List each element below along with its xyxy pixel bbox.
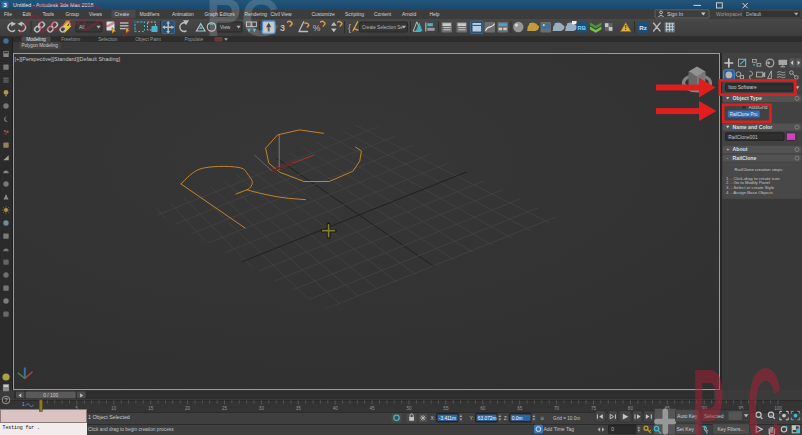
svg-text:40: 40	[333, 406, 339, 411]
svg-text:Workspaces:: Workspaces:	[716, 12, 744, 17]
svg-text:X:: X:	[431, 415, 436, 421]
svg-text:Selection: Selection	[98, 37, 118, 42]
svg-text:Modeling: Modeling	[26, 37, 46, 42]
svg-text:1: 1	[22, 402, 25, 407]
svg-text:75: 75	[591, 406, 597, 411]
svg-text:Grid = 10.0m: Grid = 10.0m	[553, 416, 580, 421]
svg-text:Views: Views	[89, 12, 103, 17]
svg-text:50: 50	[406, 406, 412, 411]
svg-text:Add Time Tag: Add Time Tag	[544, 426, 575, 432]
svg-text:PC: PC	[206, 0, 280, 47]
svg-text:30: 30	[259, 406, 265, 411]
svg-text:25: 25	[222, 406, 228, 411]
svg-text:Populate: Populate	[185, 37, 204, 42]
svg-text:45: 45	[370, 406, 376, 411]
svg-text:{: {	[348, 23, 351, 33]
svg-text:P: P	[692, 345, 724, 435]
svg-text:Customize: Customize	[312, 12, 335, 17]
svg-text:80: 80	[628, 406, 634, 411]
svg-text:Z:: Z:	[504, 415, 508, 421]
svg-text:RailClone creation steps:: RailClone creation steps:	[735, 167, 784, 172]
svg-text:Sign In: Sign In	[667, 11, 683, 17]
svg-text:Modifiers: Modifiers	[140, 12, 160, 17]
svg-text:Y:: Y:	[470, 415, 474, 421]
svg-text:0.0m: 0.0m	[512, 416, 523, 421]
svg-text:Itoo Software: Itoo Software	[728, 85, 757, 90]
svg-text:Scripting: Scripting	[345, 12, 364, 17]
svg-text:Arnold: Arnold	[402, 12, 416, 17]
svg-text:Create Selection Se: Create Selection Se	[362, 25, 403, 30]
svg-text:Animation: Animation	[172, 12, 194, 17]
svg-text:Object Paint: Object Paint	[135, 37, 161, 42]
svg-text:⊕: ⊕	[540, 415, 544, 421]
svg-text:Edit: Edit	[23, 12, 32, 17]
svg-text:Default: Default	[746, 12, 762, 17]
svg-text:5: 5	[76, 406, 79, 411]
svg-text:0: 0	[611, 427, 614, 432]
svg-text:4. - Assign Base Objects: 4. - Assign Base Objects	[726, 190, 773, 195]
svg-text:Object Type: Object Type	[733, 95, 762, 101]
svg-text:About: About	[733, 146, 748, 152]
svg-text:20: 20	[185, 406, 191, 411]
svg-text:65: 65	[517, 406, 523, 411]
svg-text:1 Object Selected: 1 Object Selected	[88, 414, 130, 420]
svg-text:-3.411m: -3.411m	[439, 416, 456, 421]
svg-text:Polygon Modeling: Polygon Modeling	[21, 43, 58, 48]
svg-text:Tools: Tools	[43, 12, 55, 17]
svg-text:35: 35	[296, 406, 302, 411]
svg-text:Name and Color: Name and Color	[733, 124, 773, 130]
svg-text:Create: Create	[115, 12, 130, 17]
svg-text:Freeform: Freeform	[61, 37, 80, 42]
svg-text:55: 55	[443, 406, 449, 411]
svg-text:+: +	[726, 146, 729, 152]
svg-text:0 / 100: 0 / 100	[43, 393, 58, 398]
svg-text:-: -	[726, 155, 728, 161]
svg-text:!: !	[625, 24, 627, 31]
svg-text:63.072m: 63.072m	[478, 416, 497, 421]
svg-text:70: 70	[554, 406, 560, 411]
svg-text:Rz: Rz	[639, 24, 647, 31]
svg-text:Content: Content	[374, 12, 392, 17]
svg-text:%: %	[313, 23, 321, 33]
svg-text:3: 3	[280, 23, 285, 33]
svg-text:15: 15	[148, 406, 154, 411]
svg-text:?: ?	[4, 397, 8, 403]
svg-text:Click and drag to begin creati: Click and drag to begin creation process	[88, 427, 174, 432]
svg-text:60: 60	[480, 406, 486, 411]
svg-text:[+][Perspective][Standard][Def: [+][Perspective][Standard][Default Shadi…	[15, 56, 121, 62]
svg-text:Help: Help	[430, 12, 440, 17]
svg-text:10: 10	[111, 406, 117, 411]
svg-text:RailClone001: RailClone001	[728, 135, 758, 140]
svg-text:RailClone Pro: RailClone Pro	[730, 112, 758, 117]
svg-text:C: C	[747, 345, 782, 435]
svg-text:RailClone: RailClone	[733, 155, 757, 161]
svg-text:RB: RB	[578, 25, 586, 31]
svg-text:Group: Group	[66, 12, 80, 17]
svg-text:File: File	[4, 12, 12, 17]
